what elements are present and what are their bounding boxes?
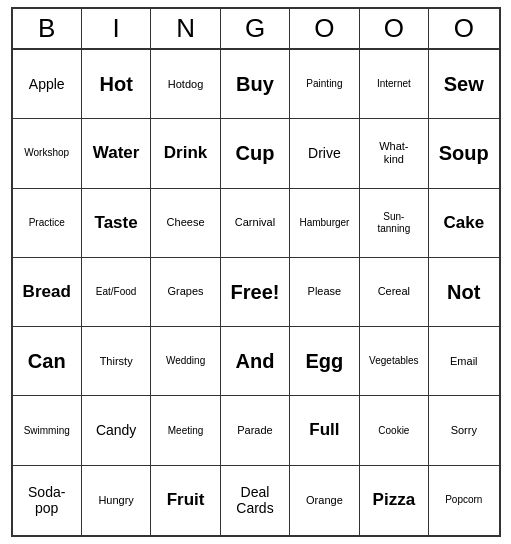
header-letter: N xyxy=(151,9,220,48)
cell-label: Hungry xyxy=(98,494,133,507)
cell-label: Hot xyxy=(99,72,132,96)
cell-label: Grapes xyxy=(168,285,204,298)
cell-label: Cup xyxy=(236,141,275,165)
cell-label: Cookie xyxy=(378,425,409,437)
cell-label: Sorry xyxy=(451,424,477,437)
cell-label: Wedding xyxy=(166,355,205,367)
bingo-cell: And xyxy=(221,327,290,396)
bingo-cell: Hotdog xyxy=(151,50,220,119)
cell-label: Vegetables xyxy=(369,355,419,367)
cell-label: Painting xyxy=(306,78,342,90)
bingo-cell: Buy xyxy=(221,50,290,119)
bingo-cell: Not xyxy=(429,258,498,327)
bingo-grid: AppleHotHotdogBuyPaintingInternetSewWork… xyxy=(13,50,499,535)
bingo-cell: Drive xyxy=(290,119,359,188)
cell-label: Practice xyxy=(29,217,65,229)
cell-label: Orange xyxy=(306,494,343,507)
bingo-cell: Cake xyxy=(429,189,498,258)
bingo-cell: Parade xyxy=(221,396,290,465)
bingo-header: BINGOOO xyxy=(13,9,499,50)
cell-label: Soup xyxy=(439,141,489,165)
bingo-cell: Vegetables xyxy=(360,327,429,396)
bingo-cell: DealCards xyxy=(221,466,290,535)
cell-label: Carnival xyxy=(235,216,275,229)
cell-label: Please xyxy=(308,285,342,298)
bingo-cell: Can xyxy=(13,327,82,396)
bingo-cell: Practice xyxy=(13,189,82,258)
bingo-cell: Meeting xyxy=(151,396,220,465)
bingo-cell: Eat/Food xyxy=(82,258,151,327)
cell-label: Hamburger xyxy=(299,217,349,229)
bingo-cell: Cheese xyxy=(151,189,220,258)
bingo-cell: Internet xyxy=(360,50,429,119)
bingo-cell: Thirsty xyxy=(82,327,151,396)
cell-label: Popcorn xyxy=(445,494,482,506)
cell-label: Apple xyxy=(29,76,65,93)
bingo-cell: Cereal xyxy=(360,258,429,327)
cell-label: Swimming xyxy=(24,425,70,437)
bingo-cell: Bread xyxy=(13,258,82,327)
cell-label: Egg xyxy=(306,349,344,373)
bingo-cell: Please xyxy=(290,258,359,327)
cell-label: Soda-pop xyxy=(28,484,65,518)
bingo-cell: Fruit xyxy=(151,466,220,535)
bingo-cell: Soup xyxy=(429,119,498,188)
cell-label: Bread xyxy=(23,282,71,302)
bingo-cell: Full xyxy=(290,396,359,465)
cell-label: Parade xyxy=(237,424,272,437)
header-letter: O xyxy=(360,9,429,48)
bingo-cell: Pizza xyxy=(360,466,429,535)
cell-label: And xyxy=(236,349,275,373)
bingo-cell: Egg xyxy=(290,327,359,396)
cell-label: Fruit xyxy=(167,490,205,510)
bingo-cell: Painting xyxy=(290,50,359,119)
cell-label: Drink xyxy=(164,143,207,163)
bingo-cell: Sew xyxy=(429,50,498,119)
bingo-cell: What-kind xyxy=(360,119,429,188)
cell-label: Pizza xyxy=(373,490,416,510)
cell-label: Eat/Food xyxy=(96,286,137,298)
bingo-cell: Sorry xyxy=(429,396,498,465)
bingo-cell: Grapes xyxy=(151,258,220,327)
cell-label: Buy xyxy=(236,72,274,96)
bingo-cell: Water xyxy=(82,119,151,188)
bingo-cell: Free! xyxy=(221,258,290,327)
bingo-cell: Orange xyxy=(290,466,359,535)
cell-label: Meeting xyxy=(168,425,204,437)
cell-label: Cake xyxy=(443,213,484,233)
cell-label: Drive xyxy=(308,145,341,162)
bingo-cell: Workshop xyxy=(13,119,82,188)
cell-label: Taste xyxy=(95,213,138,233)
bingo-cell: Cup xyxy=(221,119,290,188)
bingo-cell: Apple xyxy=(13,50,82,119)
bingo-cell: Hungry xyxy=(82,466,151,535)
cell-label: Sun-tanning xyxy=(377,211,410,235)
cell-label: Not xyxy=(447,280,480,304)
header-letter: B xyxy=(13,9,82,48)
bingo-cell: Hot xyxy=(82,50,151,119)
bingo-card: BINGOOO AppleHotHotdogBuyPaintingInterne… xyxy=(11,7,501,537)
bingo-cell: Carnival xyxy=(221,189,290,258)
bingo-cell: Popcorn xyxy=(429,466,498,535)
cell-label: Candy xyxy=(96,422,136,439)
bingo-cell: Drink xyxy=(151,119,220,188)
bingo-cell: Hamburger xyxy=(290,189,359,258)
cell-label: Water xyxy=(93,143,140,163)
header-letter: I xyxy=(82,9,151,48)
cell-label: Hotdog xyxy=(168,78,203,91)
cell-label: What-kind xyxy=(379,140,408,166)
cell-label: Can xyxy=(28,349,66,373)
bingo-cell: Candy xyxy=(82,396,151,465)
cell-label: Full xyxy=(309,420,339,440)
bingo-cell: Soda-pop xyxy=(13,466,82,535)
bingo-cell: Cookie xyxy=(360,396,429,465)
cell-label: Email xyxy=(450,355,478,368)
bingo-cell: Taste xyxy=(82,189,151,258)
header-letter: O xyxy=(429,9,498,48)
cell-label: Cereal xyxy=(378,285,410,298)
cell-label: Thirsty xyxy=(100,355,133,368)
bingo-cell: Email xyxy=(429,327,498,396)
header-letter: O xyxy=(290,9,359,48)
cell-label: Sew xyxy=(444,72,484,96)
cell-label: Workshop xyxy=(24,147,69,159)
